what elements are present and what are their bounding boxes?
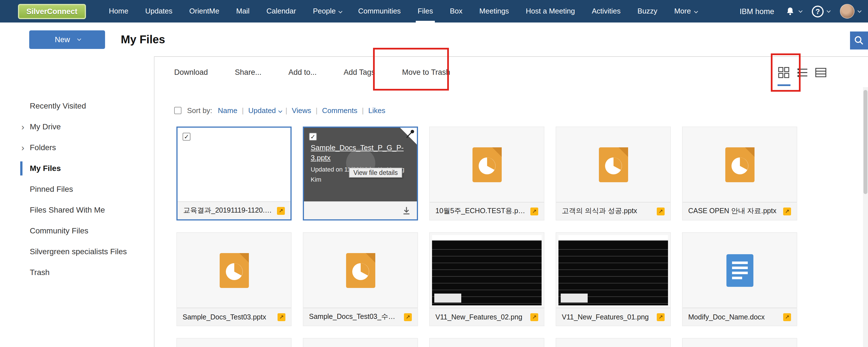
sidebar-item-recently-visited[interactable]: Recently Visited: [0, 96, 154, 116]
help-icon: ?: [812, 5, 824, 17]
file-card[interactable]: 교육결과_20191119-1120.xlsx: [177, 126, 291, 221]
sidebar-item-my-files[interactable]: My Files: [0, 158, 154, 179]
separator: |: [285, 106, 287, 115]
sidebar-item-folders[interactable]: Folders: [0, 137, 154, 158]
nav-item-people[interactable]: People: [305, 0, 350, 23]
file-name[interactable]: 고객의 의식과 성공.pptx: [562, 206, 657, 216]
shared-externally-icon: [657, 313, 664, 321]
file-card[interactable]: [177, 338, 291, 347]
file-card[interactable]: Modify_Doc_Name.docx: [682, 232, 797, 326]
grid-view-button[interactable]: [778, 67, 789, 78]
sidebar-item-my-drive[interactable]: My Drive: [0, 116, 154, 137]
file-thumbnail: [683, 127, 797, 202]
scrollbar-track[interactable]: [863, 87, 868, 347]
new-button-label: New: [55, 35, 70, 44]
file-thumbnail: [556, 127, 670, 202]
file-name[interactable]: Sample_Docs_Test03.pptx: [183, 313, 278, 321]
file-card[interactable]: [682, 338, 797, 347]
ibm-home-link[interactable]: IBM home: [740, 7, 774, 16]
download-icon[interactable]: [402, 206, 411, 215]
file-title-link[interactable]: Sample_Docs_Test_P_G_P-3.pptx: [311, 143, 409, 163]
nav-menu: Home Updates OrientMe Mail Calendar Peop…: [100, 0, 705, 23]
nav-item-orientme[interactable]: OrientMe: [181, 0, 228, 23]
search-button[interactable]: [850, 31, 868, 50]
move-to-trash-action[interactable]: Move to Trash: [402, 68, 450, 77]
chevron-down-icon: [278, 109, 282, 113]
file-footer: CASE OPEN 안내 자료.pptx: [683, 202, 797, 220]
list-view-button[interactable]: [797, 67, 808, 78]
file-footer: Sample_Docs_Test03.pptx: [177, 308, 291, 326]
file-card[interactable]: [303, 338, 418, 347]
app-logo[interactable]: SilverConnect: [18, 4, 86, 19]
file-card[interactable]: 10월5주_ECHO.TEST용.pptx: [429, 126, 545, 221]
nav-item-communities[interactable]: Communities: [350, 0, 409, 23]
nav-item-home[interactable]: Home: [100, 0, 137, 23]
sort-row: Sort by: Name | Updated | Views | Commen…: [174, 106, 385, 115]
file-footer: 교육결과_20191119-1120.xlsx: [178, 201, 290, 219]
file-card[interactable]: CASE OPEN 안내 자료.pptx: [682, 126, 797, 221]
docx-icon: [725, 253, 754, 287]
file-checkbox[interactable]: [309, 133, 317, 141]
file-card[interactable]: Sample_Docs_Test03_수정...: [303, 232, 418, 326]
chevron-down-icon: [77, 36, 81, 40]
file-checkbox[interactable]: [183, 133, 190, 141]
file-card[interactable]: Sample_Docs_Test03.pptx: [177, 232, 291, 326]
add-to-action[interactable]: Add to...: [288, 68, 317, 77]
sort-options: Name | Updated | Views | Comments | Like…: [218, 106, 385, 115]
list-view-icon: [797, 67, 808, 78]
share-action[interactable]: Share...: [235, 68, 261, 77]
notifications-button[interactable]: [785, 6, 801, 17]
file-thumbnail: [683, 233, 797, 308]
file-thumbnail: [430, 233, 544, 308]
sidebar-item-community-files[interactable]: Community Files: [0, 221, 154, 241]
file-card[interactable]: Sample_Docs_Test_P_G_P-3.pptx Updated on…: [303, 126, 418, 221]
nav-item-more[interactable]: More: [666, 0, 705, 23]
nav-item-box[interactable]: Box: [442, 0, 471, 23]
grid-view-active-indicator: [778, 84, 790, 86]
file-name[interactable]: 10월5주_ECHO.TEST용.pptx: [435, 206, 530, 216]
avatar: [840, 4, 855, 19]
tooltip: View file details: [349, 168, 402, 178]
file-name[interactable]: V11_New_Features_02.png: [435, 313, 530, 321]
sidebar-item-files-shared-with-me[interactable]: Files Shared With Me: [0, 200, 154, 221]
file-card[interactable]: 고객의 의식과 성공.pptx: [556, 126, 671, 221]
file-footer: V11_New_Features_02.png: [430, 308, 544, 326]
sort-by-views[interactable]: Views: [292, 106, 311, 115]
file-name[interactable]: CASE OPEN 안내 자료.pptx: [688, 206, 783, 216]
sidebar-item-pinned-files[interactable]: Pinned Files: [0, 179, 154, 200]
file-name[interactable]: V11_New_Features_01.png: [562, 313, 657, 321]
nav-item-files[interactable]: Files: [409, 0, 442, 23]
select-all-checkbox[interactable]: [174, 107, 182, 114]
help-button[interactable]: ?: [812, 5, 829, 17]
nav-item-activities[interactable]: Activities: [584, 0, 629, 23]
file-card[interactable]: [429, 338, 545, 347]
nav-item-host-a-meeting[interactable]: Host a Meeting: [518, 0, 584, 23]
file-name[interactable]: Modify_Doc_Name.docx: [688, 313, 783, 321]
sort-by-comments[interactable]: Comments: [322, 106, 358, 115]
download-action[interactable]: Download: [174, 68, 208, 77]
user-menu-button[interactable]: [840, 4, 860, 19]
file-card[interactable]: V11_New_Features_02.png: [429, 232, 545, 326]
sort-by-likes[interactable]: Likes: [368, 106, 385, 115]
page: SilverConnect Home Updates OrientMe Mail…: [0, 0, 868, 347]
nav-item-calendar[interactable]: Calendar: [258, 0, 305, 23]
nav-item-updates[interactable]: Updates: [137, 0, 181, 23]
sort-by-name[interactable]: Name: [218, 106, 237, 115]
file-card[interactable]: [556, 338, 671, 347]
nav-item-buzzy[interactable]: Buzzy: [629, 0, 666, 23]
nav-item-mail[interactable]: Mail: [228, 0, 258, 23]
pin-icon[interactable]: [405, 128, 416, 140]
new-button[interactable]: New: [29, 30, 105, 49]
file-thumbnail: [303, 233, 417, 308]
sort-by-updated[interactable]: Updated: [248, 106, 281, 115]
file-name[interactable]: 교육결과_20191119-1120.xlsx: [183, 206, 277, 215]
file-card[interactable]: V11_New_Features_01.png: [556, 232, 671, 326]
file-footer: 10월5주_ECHO.TEST용.pptx: [430, 202, 544, 220]
sidebar-item-trash[interactable]: Trash: [0, 262, 154, 283]
sidebar-item-silvergreen-specialists-files[interactable]: Silvergreen specialists Files: [0, 241, 154, 262]
add-tags-action[interactable]: Add Tags: [344, 68, 375, 77]
file-name[interactable]: Sample_Docs_Test03_수정...: [309, 312, 404, 322]
nav-item-meetings[interactable]: Meetings: [471, 0, 518, 23]
scrollbar-thumb[interactable]: [864, 90, 867, 194]
detail-view-button[interactable]: [815, 67, 827, 78]
